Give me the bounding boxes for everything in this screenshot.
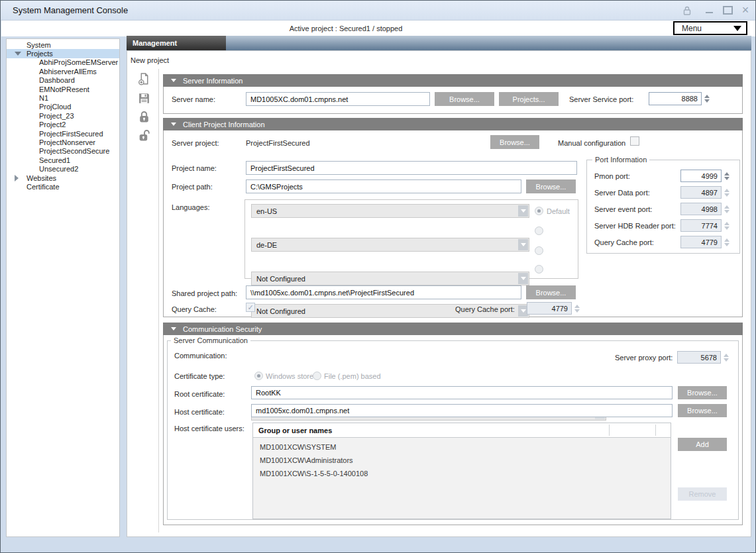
tree-item-websites[interactable]: Websites <box>7 174 119 182</box>
cert-type-windows-radio <box>254 372 263 380</box>
cert-user-row[interactable]: MD1001XCW\Administrators <box>253 454 671 467</box>
tab-management[interactable]: Management <box>127 36 226 50</box>
language-dropdown-3[interactable]: Not Configured <box>251 272 529 285</box>
language-dropdown-2[interactable]: de-DE <box>251 238 529 252</box>
server-project-value: ProjectFirstSecured <box>246 139 310 147</box>
server-data-port-spin-arrows <box>724 187 730 198</box>
tree-item-certificate[interactable]: Certificate <box>7 182 119 191</box>
project-path-label: Project path: <box>172 183 213 191</box>
server-event-port-label: Server event port: <box>594 205 652 213</box>
server-name-input[interactable]: MD1005XC.dom01.cmpns.net <box>246 92 430 106</box>
add-user-button[interactable]: Add <box>678 438 727 451</box>
server-browse-button[interactable]: Browse... <box>435 92 494 106</box>
tree-item-system[interactable]: System <box>7 40 119 49</box>
tree-item-project[interactable]: AbhiProjSomeEMServer <box>7 58 119 67</box>
pmon-port-spin-arrows[interactable] <box>724 170 730 181</box>
proxy-port-spin-arrows <box>723 352 729 363</box>
root-cert-browse-button[interactable]: Browse... <box>678 386 727 399</box>
maximize-button[interactable] <box>722 4 733 16</box>
server-info-header[interactable]: Server Information <box>163 74 743 87</box>
tree-item-project[interactable]: Project_23 <box>7 111 119 120</box>
dropdown-arrow-icon <box>518 273 528 284</box>
project-name-label: Project name: <box>172 164 217 172</box>
tree-item-project[interactable]: Project2 <box>7 121 119 129</box>
lock-icon[interactable] <box>138 110 151 125</box>
tree-item-project[interactable]: EMNotPResent <box>7 85 119 93</box>
hdb-reader-port-spinner: 7774 <box>680 219 722 232</box>
comm-security-header[interactable]: Communication Security <box>163 323 743 335</box>
pmon-port-spinner[interactable]: 4999 <box>680 170 722 182</box>
check-icon: ✓ <box>247 304 253 311</box>
client-project-header[interactable]: Client Project Information <box>163 118 743 130</box>
cert-user-row[interactable]: MD1001XCW\SYSTEM <box>253 440 671 454</box>
proxy-port-spinner: 5678 <box>677 351 721 364</box>
port-info-title: Port Information <box>592 156 649 164</box>
tree-item-project[interactable]: ProjectNonserver <box>7 138 119 146</box>
tree-item-project[interactable]: N1 <box>7 93 119 102</box>
toolbar-separator <box>158 69 159 532</box>
query-cache-port-spin-arrows <box>574 303 580 314</box>
expander-collapsed-icon[interactable] <box>15 175 19 181</box>
language-default-label: Default <box>547 207 570 215</box>
project-name-input[interactable]: ProjectFirstSecured <box>246 161 577 175</box>
server-project-browse-button[interactable]: Browse... <box>490 135 539 149</box>
tree-item-project[interactable]: Unsecured2 <box>7 164 119 173</box>
query-cache-port-label: Query Cache port: <box>455 305 515 313</box>
save-icon[interactable] <box>137 91 152 106</box>
menu-dropdown[interactable]: Menu <box>673 21 747 35</box>
cert-users-list-header: Group or user names <box>253 423 671 438</box>
server-event-port-spinner: 4998 <box>680 203 722 215</box>
titlebar: System Management Console × <box>1 1 755 21</box>
cert-type-label: Certificate type: <box>174 372 225 380</box>
collapse-icon <box>171 123 176 126</box>
cert-type-pem-radio <box>313 372 321 380</box>
expander-expanded-icon[interactable] <box>15 52 21 56</box>
manual-config-label: Manual configuration <box>558 139 625 147</box>
dropdown-arrow-icon <box>518 205 528 217</box>
minimize-button[interactable] <box>703 4 715 16</box>
shared-path-browse-button[interactable]: Browse... <box>526 285 576 299</box>
language-dropdown-1[interactable]: en-US <box>251 204 529 218</box>
column-separator <box>655 425 656 436</box>
cert-user-row[interactable]: MD1001XCW\S-1-5-5-0-1400108 <box>253 467 671 480</box>
project-path-browse-button[interactable]: Browse... <box>526 179 576 193</box>
menu-label: Menu <box>682 24 702 33</box>
host-cert-input[interactable]: md1005xc.dom01.cmpns.net <box>251 404 673 417</box>
root-cert-input[interactable]: RootKK <box>251 386 673 399</box>
cert-users-list[interactable]: Group or user names MD1001XCW\SYSTEM MD1… <box>252 423 671 519</box>
service-port-spin-arrows[interactable] <box>704 93 710 105</box>
app-window: { "colors": { "section_header": "#7f7f7f… <box>0 0 756 553</box>
collapse-icon <box>171 327 176 330</box>
service-port-label: Server Service port: <box>569 95 633 103</box>
maximize-icon <box>723 6 733 15</box>
tree-item-project[interactable]: ProjectFirstSecured <box>7 129 119 138</box>
project-path-input[interactable]: C:\GMSProjects <box>246 179 521 193</box>
language-default-radio-2 <box>535 226 543 235</box>
window-title: System Management Console <box>13 5 128 15</box>
tree-item-project[interactable]: Dashboard <box>7 76 119 85</box>
query-cache-checkbox: ✓ <box>246 303 255 312</box>
new-project-icon[interactable] <box>137 72 152 87</box>
query-cache-port-group-spin-arrows <box>724 236 730 248</box>
service-port-spinner[interactable]: 8888 <box>649 92 702 105</box>
cert-users-label: Host certificate users: <box>174 425 244 432</box>
languages-label: Languages: <box>172 203 210 211</box>
shared-path-input[interactable]: \\md1005xc.dom01.cmpns.net\ProjectFirstS… <box>246 285 521 299</box>
hdb-reader-port-label: Server HDB Reader port: <box>594 222 676 230</box>
host-cert-browse-button[interactable]: Browse... <box>678 404 727 417</box>
remove-user-button: Remove <box>678 487 727 501</box>
projects-button[interactable]: Projects... <box>499 92 559 106</box>
tree-item-project[interactable]: Secured1 <box>7 156 119 164</box>
chevron-down-icon <box>733 26 741 31</box>
unlock-icon[interactable] <box>138 128 151 143</box>
tree-item-project[interactable]: AbhiserverAllEms <box>7 67 119 75</box>
tree-item-project[interactable]: ProjCloud <box>7 103 119 111</box>
manual-config-checkbox[interactable] <box>630 136 639 146</box>
server-communication-title: Server Communication <box>171 336 250 344</box>
close-button[interactable]: × <box>739 2 752 18</box>
spin-up-icon <box>704 95 710 98</box>
tree-item-projects[interactable]: Projects <box>7 49 119 58</box>
tree-item-project[interactable]: ProjectSecondSecure <box>7 147 119 156</box>
hdb-reader-port-spin-arrows <box>724 220 730 231</box>
server-project-label: Server project: <box>172 139 219 147</box>
